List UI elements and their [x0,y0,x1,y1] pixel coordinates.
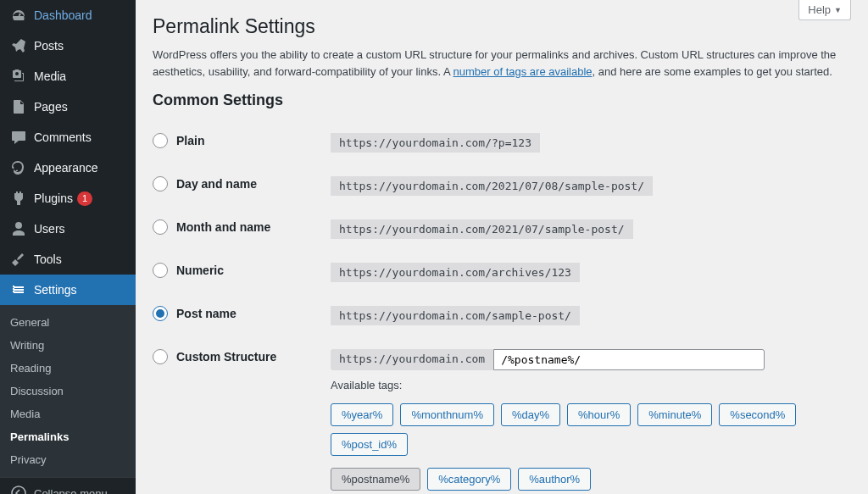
tag-hour[interactable]: %hour% [567,403,631,426]
dashboard-icon [10,7,27,24]
sidebar-item-label: Plugins [34,191,73,205]
submenu-media[interactable]: Media [0,402,136,425]
sidebar-item-comments[interactable]: Comments [0,122,136,153]
common-settings-heading: Common Settings [153,92,851,109]
submenu-general[interactable]: General [0,311,136,334]
submenu-permalinks[interactable]: Permalinks [0,425,136,448]
url-preview-numeric: https://yourdomain.com/archives/123 [331,263,580,282]
submenu-reading[interactable]: Reading [0,357,136,380]
pin-icon [10,37,27,54]
comments-icon [10,129,27,146]
collapse-menu-button[interactable]: Collapse menu [0,477,136,494]
sidebar-item-label: Settings [34,283,77,297]
option-row-postname: Post name https://yourdomain.com/sample-… [153,294,851,337]
sidebar-item-users[interactable]: Users [0,214,136,244]
available-tags-label: Available tags: [331,379,851,391]
tag-category[interactable]: %category% [427,468,511,491]
sidebar-item-label: Posts [34,39,64,53]
url-preview-plain: https://yourdomain.com/?p=123 [331,133,540,153]
submenu-privacy[interactable]: Privacy [0,448,136,471]
tags-row-2: %postname% %category% %author% [331,468,851,491]
submenu-writing[interactable]: Writing [0,334,136,357]
label-post-name[interactable]: Post name [176,307,236,320]
radio-month-name[interactable] [153,219,168,235]
submenu-discussion[interactable]: Discussion [0,380,136,402]
radio-post-name[interactable] [153,306,168,321]
sidebar-item-plugins[interactable]: Plugins 1 [0,183,136,214]
label-day-name[interactable]: Day and name [176,177,257,191]
tags-link[interactable]: number of tags are available [453,65,593,78]
media-icon [10,68,27,85]
custom-structure-input[interactable] [493,349,765,370]
chevron-down-icon: ▼ [834,6,842,14]
option-row-month: Month and name https://yourdomain.com/20… [153,208,851,251]
main-content: Help ▼ Permalink Settings WordPress offe… [136,0,868,494]
sidebar-item-pages[interactable]: Pages [0,92,136,122]
radio-plain[interactable] [153,133,168,148]
admin-sidebar: Dashboard Posts Media Pages Comments App… [0,0,136,494]
tag-day[interactable]: %day% [501,403,560,426]
sidebar-item-posts[interactable]: Posts [0,31,136,61]
pages-icon [10,98,27,115]
sidebar-item-tools[interactable]: Tools [0,244,136,275]
user-icon [10,220,27,237]
option-row-custom: Custom Structure https://yourdomain.com … [153,337,851,494]
sidebar-item-media[interactable]: Media [0,61,136,92]
option-row-numeric: Numeric https://yourdomain.com/archives/… [153,251,851,294]
help-tab[interactable]: Help ▼ [798,0,851,20]
sidebar-item-label: Media [34,69,66,83]
settings-submenu: General Writing Reading Discussion Media… [0,305,136,477]
tag-author[interactable]: %author% [518,468,591,491]
tag-postid[interactable]: %post_id% [331,433,408,456]
tag-second[interactable]: %second% [719,403,796,426]
brush-icon [10,159,27,176]
sidebar-item-label: Pages [34,100,68,114]
url-preview-postname: https://yourdomain.com/sample-post/ [331,306,580,325]
label-numeric[interactable]: Numeric [176,264,224,277]
option-row-plain: Plain https://yourdomain.com/?p=123 [153,121,851,164]
help-label: Help [808,3,831,16]
label-month-name[interactable]: Month and name [176,220,270,234]
url-preview-day: https://yourdomain.com/2021/07/08/sample… [331,176,653,196]
sidebar-item-appearance[interactable]: Appearance [0,153,136,183]
radio-day-name[interactable] [153,176,168,191]
sidebar-item-label: Tools [34,253,62,266]
label-plain[interactable]: Plain [176,134,204,147]
sidebar-item-settings[interactable]: Settings [0,275,136,305]
collapse-icon [10,485,27,494]
url-preview-month: https://yourdomain.com/2021/07/sample-po… [331,219,633,239]
sidebar-item-label: Comments [34,130,92,144]
option-row-day: Day and name https://yourdomain.com/2021… [153,164,851,208]
sidebar-item-dashboard[interactable]: Dashboard [0,0,136,31]
sidebar-item-label: Users [34,222,65,236]
plugin-icon [10,190,27,207]
radio-custom[interactable] [153,349,168,364]
label-custom[interactable]: Custom Structure [176,350,276,364]
tag-year[interactable]: %year% [331,403,393,426]
collapse-label: Collapse menu [34,487,108,495]
settings-icon [10,281,27,298]
page-title: Permalink Settings [153,15,851,38]
tags-row-1: %year% %monthnum% %day% %hour% %minute% … [331,403,851,456]
tag-monthnum[interactable]: %monthnum% [400,403,494,426]
custom-prefix: https://yourdomain.com [331,349,493,370]
tag-postname[interactable]: %postname% [331,468,420,491]
intro-text: WordPress offers you the ability to crea… [153,47,851,80]
update-badge: 1 [77,191,92,206]
sidebar-item-label: Dashboard [34,8,92,22]
tag-minute[interactable]: %minute% [637,403,712,426]
sidebar-item-label: Appearance [34,161,98,175]
wrench-icon [10,251,27,268]
intro-post: , and here are some examples to get you … [593,65,832,78]
radio-numeric[interactable] [153,263,168,278]
